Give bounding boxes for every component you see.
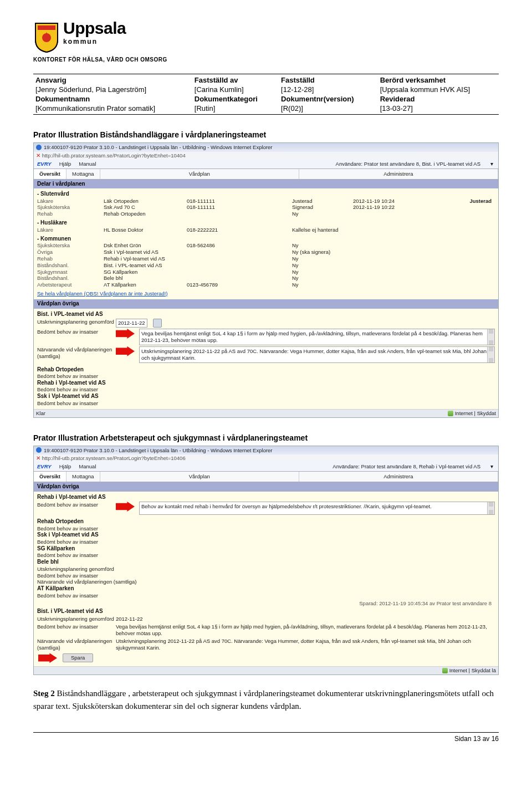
val-dokkat: [Rutin] [192,104,279,113]
subtab-delar: Delar i vårdplanen [34,180,498,189]
date-input[interactable]: 2012-11-22 [116,319,147,328]
text-vega: Vega beviljas hemtjänst enligt SoL 4 kap… [116,624,495,637]
tab-mottagna[interactable]: Mottagna [66,472,100,482]
logo-block: Uppsala kommun [33,20,499,53]
hdr-faststalld: Fastställd [279,75,378,85]
subtab-vardplan-ovriga: Vårdplan övriga [34,299,498,309]
scrollbar[interactable] [487,502,494,514]
val-rev: [13-03-27] [378,104,499,113]
tab-administrera[interactable]: Administrera [299,169,498,179]
group-huslakare: - Husläkare [37,219,495,227]
group-at-kallparken: AT Källparken [37,585,495,592]
red-arrow-icon [116,346,135,356]
val-ansvarig: [Jenny Söderlund, Pia Lagerström] [33,85,192,94]
evry-logo: EVRY [37,463,52,470]
subtab-vardplan-ovriga: Vårdplan övriga [34,482,498,492]
table-row: Biståndshanl.Bele bhlNy [37,275,495,282]
group-sg-kallparken: SG Källparken [37,545,495,553]
table-row: RehabRehab OrtopedenNy [37,211,495,217]
tab-bar: Översikt Mottagna Vårdplan Administrera [34,168,498,180]
ie-zone-label: Internet | Skyddat [455,410,496,417]
val-doknamn: [Kommunikationsrutin Prator somatik] [33,104,192,113]
val-faststalld-av: [Carina Kumlin] [192,85,279,94]
group-bistand: Bist. i VPL-teamet vid AS [37,608,495,615]
brand-sub: kommun [63,38,126,45]
date-picker-button[interactable] [153,319,162,328]
url-text: http://hil-utb.prator.systeam.se/PratorL… [42,152,186,159]
ie-title-text: 19:400107-9120 Prator 3.10.0 - Landsting… [44,144,272,151]
red-arrow-icon [38,653,57,663]
red-arrow-icon [116,502,135,512]
user-label: Användare: Prator test användare 8, Reha… [332,463,480,470]
section2-title: Prator Illustration Arbetsterapeut och s… [33,433,499,442]
lbl-bedomt: Bedömt behov av insatser [37,624,116,630]
lbl-bedomt-behov: Bedömt behov av insatser [37,329,116,335]
url-text: http://hil-utb.prator.systeam.se/PratorL… [42,455,186,462]
table-row: LäkareLäk Ortopeden018-111111Justerad201… [37,198,469,205]
lbl-bedomt-behov: Bedömt behov av insatser [37,502,116,508]
tab-vardplan[interactable]: Vårdplan [100,472,299,482]
manual-link[interactable]: Manual [79,161,96,167]
brand-name: Uppsala [63,20,126,37]
screenshot-2: 19:400107-9120 Prator 3.10.0 - Landsting… [33,446,499,676]
textarea-behov[interactable]: Behov av kontakt med rehab i hemvård för… [139,502,495,515]
textarea-bedomt[interactable]: Vega beviljas hemtjänst enligt SoL 4 kap… [139,329,495,345]
manual-link[interactable]: Manual [79,463,96,470]
hdr-berord: Berörd verksamhet [378,75,499,85]
saved-timestamp: Sparad: 2012-11-19 10:45:34 av Prator te… [37,599,495,608]
hdr-doknr: Dokumentnr(version) [279,94,378,104]
group-rehab-vpl: Rehab i Vpl-teamet vid AS [37,380,495,387]
red-arrow-icon [116,329,135,339]
date-value: 2012-11-22 [116,616,143,622]
ie-title-text: 19:400107-9120 Prator 3.10.0 - Landsting… [44,447,272,454]
metadata-table: Ansvarig Fastställd av Fastställd Berörd… [33,75,499,113]
hdr-doknamn: Dokumentnamn [33,94,192,104]
help-link[interactable]: Hjälp [59,463,71,470]
group-rehab-vpl: Rehab i Vpl-teamet vid AS [37,494,495,501]
user-label: Användare: Prator test användare 8, Bist… [336,161,480,167]
lbl-narvarande: Närvarande vid vårdplaneringen (samtliga… [37,638,116,651]
link-se-hela[interactable]: Se hela vårdplanen (OBS! Vårdplanen är i… [37,290,495,297]
val-faststalld: [12-12-28] [279,85,378,94]
lbl-narvarande: Närvarande vid vårdplaneringen (samtliga… [37,346,116,360]
ie-titlebar: 19:400107-9120 Prator 3.10.0 - Landsting… [34,446,498,455]
hdr-faststalld-av: Fastställd av [192,75,279,85]
textarea-narvarande[interactable]: Utskrivningsplanering 2012-11-22 på AS a… [139,346,495,363]
table-row: SjuksköterskaSsk Avd 70 C018-111111Signe… [37,204,495,211]
tab-bar: Översikt Mottagna Vårdplan Administrera [34,471,498,482]
address-bar[interactable]: ✕ http://hil-utb.prator.systeam.se/Prato… [34,454,498,462]
val-berord: [Uppsala kommun HVK AIS] [378,85,499,94]
svg-rect-0 [38,25,55,30]
scrollbar[interactable] [487,329,494,345]
table-row: ÖvrigaSsk i Vpl-teamet vid ASNy (ska sig… [37,249,495,255]
tab-oversikt[interactable]: Översikt [34,472,66,482]
text-narvarande: Utskrivningsplanering 2012-11-22 på AS a… [116,638,495,651]
section1-title: Prator Illustration Biståndshandläggare … [33,130,499,139]
lbl-utskrivningsplanering: Utskrivningsplanering genomförd [37,319,116,325]
group-slutenvard: - Slutenvård [37,191,495,198]
tab-vardplan[interactable]: Vårdplan [100,169,299,179]
table-row: Biståndshanl.Bist. i VPL-teamet vid ASNy [37,262,495,269]
department-label: KONTORET FÖR HÄLSA, VÅRD OCH OMSORG [33,57,499,63]
tab-oversikt[interactable]: Översikt [34,169,66,179]
group-bistand: Bist. i VPL-teamet vid AS [37,311,495,318]
lbl-utskrivningsplanering: Utskrivningsplanering genomförd [37,616,116,622]
ie-zone-label: Internet | Skyddat lä [449,667,496,674]
hdr-rev: Reviderad [378,94,499,104]
evry-logo: EVRY [37,161,52,167]
group-bele-bhl: Bele bhl [37,559,495,566]
save-button[interactable]: Spara [63,653,93,662]
screenshot-1: 19:400107-9120 Prator 3.10.0 - Landsting… [33,142,499,418]
step-2-label: Steg 2 [33,689,55,698]
hdr-dokkat: Dokumentkategori [192,94,279,104]
tab-mottagna[interactable]: Mottagna [66,169,100,179]
table-row: RehabRehab i Vpl-teamet vid ASNy [37,255,495,262]
table-row: SjukgymnastSG KällparkenNy [37,269,495,275]
help-link[interactable]: Hjälp [59,161,71,167]
address-bar[interactable]: ✕ http://hil-utb.prator.systeam.se/Prato… [34,152,498,160]
tab-administrera[interactable]: Administrera [299,472,498,482]
scrollbar[interactable] [487,347,494,362]
group-kommunen: - Kommunen [37,236,495,243]
ie-icon [36,145,42,150]
ie-titlebar: 19:400107-9120 Prator 3.10.0 - Landsting… [34,143,498,152]
